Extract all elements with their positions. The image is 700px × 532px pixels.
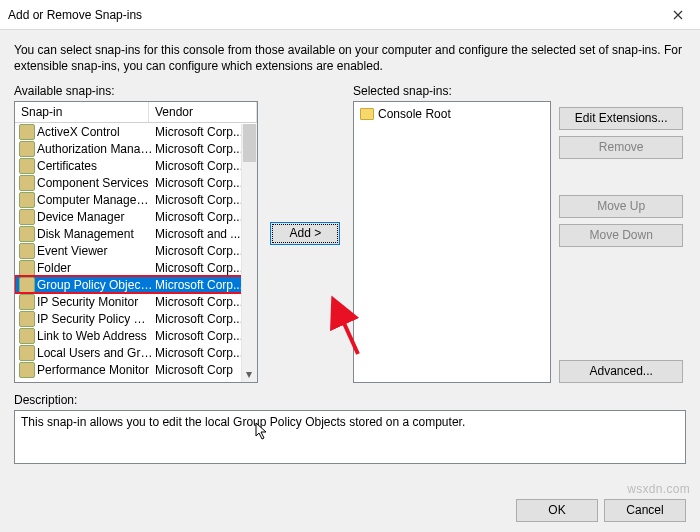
snapin-name: IP Security Monitor — [37, 295, 155, 309]
list-item[interactable]: ActiveX ControlMicrosoft Corp... — [15, 123, 257, 140]
snapin-vendor: Microsoft Corp... — [155, 278, 253, 292]
list-item[interactable]: Local Users and Gro...Microsoft Corp... — [15, 344, 257, 361]
snapin-icon — [19, 362, 35, 378]
snapin-vendor: Microsoft and ... — [155, 227, 253, 241]
snapin-vendor: Microsoft Corp... — [155, 346, 253, 360]
scrollbar-thumb[interactable] — [243, 124, 256, 162]
list-headers: Snap-in Vendor — [15, 102, 257, 123]
col-vendor[interactable]: Vendor — [149, 102, 257, 122]
description-field: This snap-in allows you to edit the loca… — [14, 410, 686, 464]
selected-label: Selected snap-ins: — [353, 84, 551, 98]
snapin-name: Device Manager — [37, 210, 155, 224]
snapin-icon — [19, 243, 35, 259]
titlebar: Add or Remove Snap-ins — [0, 0, 700, 30]
snapin-name: Component Services — [37, 176, 155, 190]
snapin-icon — [19, 294, 35, 310]
available-snapins-list[interactable]: Snap-in Vendor ActiveX ControlMicrosoft … — [14, 101, 258, 383]
list-item[interactable]: Authorization ManagerMicrosoft Corp... — [15, 140, 257, 157]
snapin-vendor: Microsoft Corp... — [155, 193, 253, 207]
cancel-button[interactable]: Cancel — [604, 499, 686, 522]
snapin-icon — [19, 209, 35, 225]
list-item[interactable]: IP Security MonitorMicrosoft Corp... — [15, 293, 257, 310]
scroll-down-icon[interactable]: ▾ — [242, 366, 257, 382]
move-down-button[interactable]: Move Down — [559, 224, 683, 247]
snapin-icon — [19, 158, 35, 174]
list-item[interactable]: CertificatesMicrosoft Corp... — [15, 157, 257, 174]
snapin-name: Disk Management — [37, 227, 155, 241]
list-item[interactable]: FolderMicrosoft Corp... — [15, 259, 257, 276]
snapin-name: Folder — [37, 261, 155, 275]
snapin-name: IP Security Policy Ma... — [37, 312, 155, 326]
move-up-button[interactable]: Move Up — [559, 195, 683, 218]
snapin-name: Event Viewer — [37, 244, 155, 258]
selected-snapins-tree[interactable]: Console Root — [353, 101, 551, 383]
snapin-vendor: Microsoft Corp... — [155, 210, 253, 224]
snapin-vendor: Microsoft Corp... — [155, 244, 253, 258]
snapin-vendor: Microsoft Corp... — [155, 261, 253, 275]
add-button[interactable]: Add > — [270, 222, 340, 245]
window-title: Add or Remove Snap-ins — [8, 8, 655, 22]
folder-icon — [360, 108, 374, 120]
snapin-vendor: Microsoft Corp... — [155, 295, 253, 309]
description-text: This snap-in allows you to edit the loca… — [21, 415, 465, 429]
close-button[interactable] — [655, 0, 700, 30]
tree-item-label: Console Root — [378, 107, 451, 121]
list-item[interactable]: Event ViewerMicrosoft Corp... — [15, 242, 257, 259]
description-label: Description: — [14, 393, 686, 407]
snapin-vendor: Microsoft Corp... — [155, 159, 253, 173]
snapin-name: Group Policy Object ... — [37, 278, 155, 292]
scrollbar[interactable]: ▾ — [241, 124, 257, 382]
snapin-name: Local Users and Gro... — [37, 346, 155, 360]
list-item[interactable]: IP Security Policy Ma...Microsoft Corp..… — [15, 310, 257, 327]
snapin-icon — [19, 141, 35, 157]
advanced-button[interactable]: Advanced... — [559, 360, 683, 383]
ok-button[interactable]: OK — [516, 499, 598, 522]
snapin-vendor: Microsoft Corp... — [155, 329, 253, 343]
snapin-icon — [19, 124, 35, 140]
snapin-name: Link to Web Address — [37, 329, 155, 343]
snapin-vendor: Microsoft Corp... — [155, 142, 253, 156]
snapin-icon — [19, 345, 35, 361]
snapin-icon — [19, 192, 35, 208]
snapin-name: Computer Managem... — [37, 193, 155, 207]
snapin-vendor: Microsoft Corp — [155, 363, 253, 377]
intro-text: You can select snap-ins for this console… — [14, 42, 686, 74]
watermark: wsxdn.com — [627, 482, 690, 496]
snapin-vendor: Microsoft Corp... — [155, 125, 253, 139]
list-item[interactable]: Group Policy Object ...Microsoft Corp... — [15, 276, 257, 293]
tree-item-root[interactable]: Console Root — [358, 106, 546, 122]
available-label: Available snap-ins: — [14, 84, 258, 98]
snapin-vendor: Microsoft Corp... — [155, 176, 253, 190]
edit-extensions-button[interactable]: Edit Extensions... — [559, 107, 683, 130]
snapin-icon — [19, 175, 35, 191]
list-item[interactable]: Component ServicesMicrosoft Corp... — [15, 174, 257, 191]
snapin-name: Certificates — [37, 159, 155, 173]
snapin-icon — [19, 226, 35, 242]
snapin-icon — [19, 277, 35, 293]
dialog-content: You can select snap-ins for this console… — [0, 30, 700, 532]
snapin-icon — [19, 311, 35, 327]
list-item[interactable]: Device ManagerMicrosoft Corp... — [15, 208, 257, 225]
snapin-icon — [19, 260, 35, 276]
snapin-name: ActiveX Control — [37, 125, 155, 139]
close-icon — [673, 10, 683, 20]
list-item[interactable]: Disk ManagementMicrosoft and ... — [15, 225, 257, 242]
col-snapin[interactable]: Snap-in — [15, 102, 149, 122]
snapin-icon — [19, 328, 35, 344]
snapin-vendor: Microsoft Corp... — [155, 312, 253, 326]
remove-button[interactable]: Remove — [559, 136, 683, 159]
list-item[interactable]: Link to Web AddressMicrosoft Corp... — [15, 327, 257, 344]
list-item[interactable]: Computer Managem...Microsoft Corp... — [15, 191, 257, 208]
snapin-name: Authorization Manager — [37, 142, 155, 156]
list-item[interactable]: Performance MonitorMicrosoft Corp — [15, 361, 257, 378]
snapin-name: Performance Monitor — [37, 363, 155, 377]
